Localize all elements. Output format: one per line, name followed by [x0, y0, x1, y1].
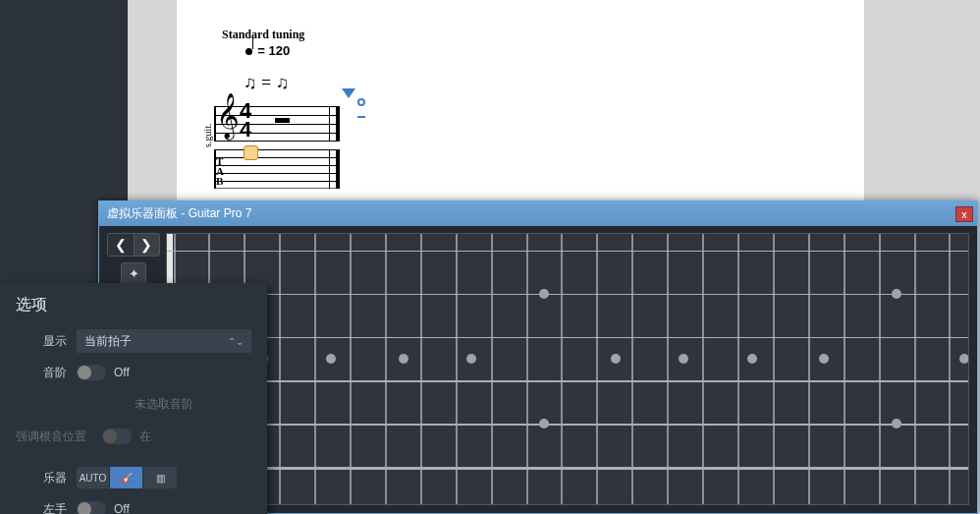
fret-line: [526, 234, 528, 504]
treble-clef-icon: 𝄞: [216, 96, 240, 136]
scale-toggle[interactable]: [77, 365, 106, 380]
instrument-auto-button[interactable]: AUTO: [77, 467, 110, 488]
fretboard-next-button[interactable]: ❯: [135, 234, 160, 256]
fretboard-nav: ❮ ❯: [107, 233, 160, 257]
fret-inlay-dot: [399, 354, 408, 364]
close-button[interactable]: x: [955, 206, 973, 222]
display-row: 显示 当前拍子 ⌃⌄: [16, 329, 251, 353]
string-line[interactable]: [167, 380, 968, 382]
string-line[interactable]: [167, 337, 968, 338]
chevron-updown-icon: ⌃⌄: [228, 336, 244, 347]
fret-inlay-dot: [539, 419, 549, 428]
fret-line: [914, 234, 916, 504]
fret-line: [279, 234, 281, 504]
instrument-row: 乐器 AUTO 🎸 ▥: [16, 466, 251, 489]
track-name-label: s.guit.: [202, 124, 213, 147]
fret-line: [596, 234, 598, 504]
fret-inlay-dot: [892, 419, 901, 428]
instrument-guitar-button[interactable]: 🎸: [110, 467, 143, 488]
fret-line: [385, 234, 387, 504]
playhead-marker-icon[interactable]: [342, 88, 355, 98]
left-hand-row: 左手 Off: [16, 497, 251, 514]
fret-line: [350, 234, 352, 504]
options-popup: 选项 显示 当前拍子 ⌃⌄ 音阶 Off 未选取音阶 强调根音位置 在 乐器 A…: [0, 283, 267, 514]
display-dropdown[interactable]: 当前拍子 ⌃⌄: [77, 329, 251, 353]
loop-marker-icon[interactable]: [357, 98, 365, 106]
fret-line: [456, 234, 458, 504]
tablature-staff[interactable]: [214, 149, 340, 189]
fret-inlay-dot: [679, 354, 688, 364]
string-line[interactable]: [167, 294, 968, 295]
panel-toolbar: ❮ ❯ ✦: [107, 233, 160, 284]
left-hand-label: 左手: [16, 501, 77, 515]
tuning-label: Standard tuning: [222, 28, 304, 42]
fret-inlay-dot: [539, 289, 549, 299]
fret-line: [702, 234, 704, 504]
string-line[interactable]: [167, 251, 968, 252]
scale-hint-row: 未选取音阶: [16, 392, 251, 417]
fretboard-prev-button[interactable]: ❮: [108, 234, 135, 256]
instrument-segmented: AUTO 🎸 ▥: [77, 467, 177, 488]
fret-inlay-dot: [611, 354, 621, 364]
loop-dash-icon: [357, 116, 365, 118]
fret-inlay-dot: [959, 354, 969, 364]
instrument-piano-button[interactable]: ▥: [143, 467, 177, 488]
scale-toggle-state: Off: [114, 366, 130, 379]
scale-hint: 未选取音阶: [77, 392, 251, 417]
left-hand-toggle[interactable]: [77, 501, 106, 514]
fret-line: [737, 234, 739, 504]
edit-cursor[interactable]: [244, 145, 258, 160]
tempo-value: = 120: [257, 43, 290, 58]
fret-line: [879, 234, 881, 504]
panel-title: 虚拟乐器面板 - Guitar Pro 7: [103, 205, 955, 222]
fret-line: [561, 234, 563, 504]
fret-line: [808, 234, 810, 504]
time-signature: 44: [240, 102, 251, 139]
panel-titlebar[interactable]: 虚拟乐器面板 - Guitar Pro 7 x: [99, 201, 977, 226]
left-hand-state: Off: [114, 502, 130, 514]
swing-feel-marking: ♫ = ♫: [244, 73, 289, 93]
display-label: 显示: [16, 333, 77, 350]
display-value: 当前拍子: [84, 333, 132, 350]
fret-line: [667, 234, 669, 504]
fret-line: [949, 234, 951, 504]
whole-rest-icon: [275, 118, 290, 123]
fret-inlay-dot: [747, 354, 757, 364]
instrument-label: 乐器: [16, 470, 77, 486]
string-line[interactable]: [167, 424, 968, 426]
fret-inlay-dot: [892, 289, 901, 299]
root-label: 强调根音位置: [16, 428, 96, 445]
options-gear-button[interactable]: ✦: [121, 262, 146, 284]
string-line[interactable]: [167, 467, 968, 470]
scale-row: 音阶 Off: [16, 361, 251, 384]
root-toggle-state: 在: [139, 428, 151, 445]
scale-label: 音阶: [16, 365, 77, 381]
fret-inlay-dot: [326, 354, 336, 364]
fret-inlay-dot: [819, 354, 829, 364]
root-row: 强调根音位置 在: [16, 425, 251, 448]
fret-line: [844, 234, 845, 504]
fret-line: [420, 234, 422, 504]
fret-line: [631, 234, 633, 504]
fret-line: [491, 234, 493, 504]
tempo-marking: = 120: [245, 43, 290, 59]
fret-line: [314, 234, 316, 504]
root-toggle: [102, 428, 132, 444]
options-title: 选项: [16, 295, 251, 315]
fretboard[interactable]: [166, 233, 969, 505]
fret-line: [773, 234, 775, 504]
fret-inlay-dot: [466, 354, 476, 364]
tab-clef: T A B: [216, 157, 224, 187]
